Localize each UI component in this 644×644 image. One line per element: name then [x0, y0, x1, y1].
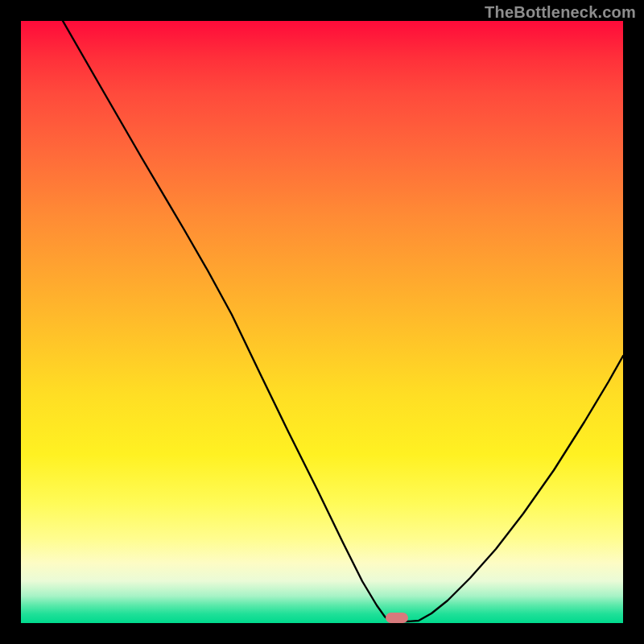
- chart-frame: TheBottleneck.com: [0, 0, 644, 644]
- optimal-marker: [386, 613, 408, 623]
- plot-area: [21, 21, 623, 623]
- bottleneck-curve: [21, 21, 623, 623]
- watermark-text: TheBottleneck.com: [485, 3, 636, 22]
